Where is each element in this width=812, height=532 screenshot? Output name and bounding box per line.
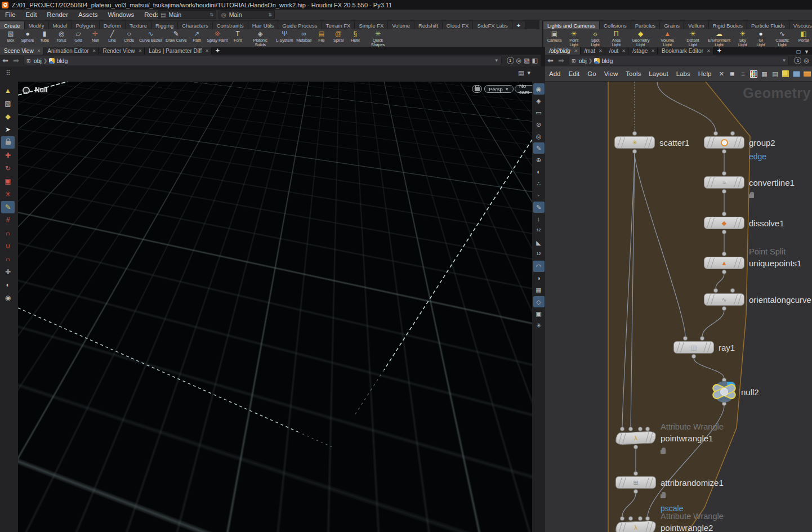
- shelf-tool-torus[interactable]: ◎Torus: [53, 29, 70, 47]
- shelf-tool-circle[interactable]: ○Circle: [121, 29, 137, 47]
- shelf-tab-vellum[interactable]: Vellum: [684, 21, 709, 29]
- shelf-tool-geometry-light[interactable]: ◆Geometry Light: [627, 29, 654, 47]
- shelf-tab-hair-utils[interactable]: Hair Utils: [248, 21, 279, 29]
- pane-menu-icon[interactable]: ▼: [804, 49, 809, 55]
- tab-close-icon[interactable]: ✕: [92, 48, 96, 53]
- network-menu-tools[interactable]: Tools: [622, 69, 645, 79]
- input-port[interactable]: [730, 288, 734, 292]
- node-orientalongcurve[interactable]: ∿: [704, 293, 744, 306]
- shelf-tab-simple-fx[interactable]: Simple FX: [355, 21, 388, 29]
- menu-file[interactable]: File: [0, 11, 21, 18]
- path-field[interactable]: ⊞obj❯bldg▼: [24, 56, 502, 65]
- shelf-tool-spot-light[interactable]: ☼Spot Light: [585, 29, 605, 47]
- shelf-tool-tube[interactable]: ▮Tube: [36, 29, 53, 47]
- path-field[interactable]: ⊞obj❯bldg▼: [569, 56, 789, 65]
- input-port[interactable]: [628, 516, 632, 520]
- snap-grid-icon[interactable]: #: [1, 214, 15, 226]
- output-port[interactable]: [722, 306, 726, 310]
- shelf-tool-volume-light[interactable]: ▲Volume Light: [654, 29, 680, 47]
- tab-close-icon[interactable]: ✕: [651, 48, 655, 53]
- node-convertline1[interactable]: ≈: [704, 176, 744, 189]
- box-display-icon[interactable]: ▧: [1, 97, 15, 110]
- back-arrow-icon[interactable]: ⬅: [0, 56, 11, 65]
- shelf-tab-model[interactable]: Model: [49, 21, 72, 29]
- network-menu-edit[interactable]: Edit: [564, 69, 583, 79]
- isolate-icon[interactable]: ◎: [533, 131, 545, 142]
- input-port[interactable]: [722, 252, 726, 256]
- technical-wrench-icon[interactable]: ✕: [717, 70, 725, 78]
- menu-windows[interactable]: Windows: [103, 11, 140, 18]
- shelf-tool-path[interactable]: ↗Path: [189, 29, 206, 47]
- shelf-tab-deform[interactable]: Deform: [100, 21, 126, 29]
- handles-lock-icon[interactable]: [1, 136, 15, 149]
- output-port[interactable]: [633, 489, 637, 493]
- output-port[interactable]: [633, 445, 637, 449]
- shelf-tab-rigging[interactable]: Rigging: [151, 21, 178, 29]
- group-mask-icon[interactable]: ◐: [533, 166, 545, 177]
- node-attribrandomize1[interactable]: ⊞: [615, 476, 656, 489]
- input-port[interactable]: [683, 336, 687, 340]
- rotate-tool-icon[interactable]: ↻: [1, 162, 15, 175]
- node-pointwrangle1[interactable]: λ: [615, 431, 657, 445]
- shelf-tool-metaball[interactable]: ∞Metaball: [295, 29, 313, 47]
- background-image-icon[interactable]: [792, 70, 800, 78]
- input-port[interactable]: [722, 171, 726, 175]
- node-dissolve1[interactable]: ◆: [704, 217, 744, 229]
- desktop-select-1[interactable]: ▤ Main ⇅: [158, 10, 216, 19]
- input-port[interactable]: [713, 131, 717, 135]
- node-ray1[interactable]: ◫: [673, 341, 714, 354]
- paint-tool-icon[interactable]: ✎: [1, 201, 15, 213]
- select-geometry-icon[interactable]: ◈: [533, 95, 545, 106]
- checker-background-icon[interactable]: ▦: [533, 284, 545, 296]
- diamond-marker-icon[interactable]: ◇: [533, 296, 545, 307]
- output-port[interactable]: [722, 149, 726, 153]
- desktop-select-2[interactable]: ◎ Main ⇅: [218, 10, 275, 19]
- shelf-tool-curve-bezier[interactable]: ∿Curve Bezier: [137, 29, 164, 47]
- shelf-tab-particle-fluids[interactable]: Particle Fluids: [747, 21, 789, 29]
- shelf-tool-environment-light[interactable]: ☁Environment Light: [705, 29, 733, 47]
- shade-display-icon[interactable]: ◆: [1, 110, 15, 123]
- prim-shade-icon[interactable]: ◣: [533, 237, 545, 248]
- shelf-tool-point-light[interactable]: ☀Point Light: [563, 29, 585, 47]
- snap-magnet-icon[interactable]: ∩: [1, 253, 15, 265]
- pane-tab-animation-editor[interactable]: Animation Editor✕: [43, 47, 99, 55]
- network-canvas[interactable]: Geometry ✳scatter1group2edge≈convertline…: [545, 82, 812, 532]
- brush-icon[interactable]: ✎: [533, 202, 545, 213]
- tab-close-icon[interactable]: ✕: [574, 48, 578, 53]
- shelf-add-tab[interactable]: +: [512, 21, 525, 29]
- pane-tab-out[interactable]: /out✕: [605, 47, 628, 55]
- network-menu-go[interactable]: Go: [583, 69, 600, 79]
- snap-curve-icon[interactable]: ∩: [1, 227, 15, 239]
- shelf-tool-l-system[interactable]: ΨL-System: [274, 29, 295, 47]
- input-port[interactable]: [638, 427, 642, 431]
- shelf-tool-helix[interactable]: §Helix: [347, 29, 364, 47]
- shelf-tool-platonic-solids[interactable]: ◈Platonic Solids: [246, 29, 274, 47]
- pose-tool-icon[interactable]: ✳: [1, 188, 15, 200]
- shelf-tab-characters[interactable]: Characters: [178, 21, 212, 29]
- grid-drag-handle-icon[interactable]: ⠿: [6, 69, 11, 77]
- breadcrumb-obj[interactable]: ⊞obj: [26, 57, 42, 64]
- snap-point-icon[interactable]: ∪: [1, 240, 15, 252]
- network-menu-view[interactable]: View: [600, 69, 622, 79]
- input-port[interactable]: [645, 516, 649, 520]
- align-icon[interactable]: ▤: [771, 70, 779, 78]
- shelf-tab-constraints[interactable]: Constraints: [213, 21, 248, 29]
- point-numbers-icon[interactable]: ¹²: [533, 225, 545, 236]
- multi-snap-icon[interactable]: ✚: [1, 266, 15, 278]
- network-menu-layout[interactable]: Layout: [645, 69, 672, 79]
- input-port[interactable]: [645, 427, 649, 431]
- null-object-badge[interactable]: Null: [23, 86, 48, 94]
- select-arrow-icon[interactable]: ➤: [1, 123, 15, 136]
- shelf-tab-volume[interactable]: Volume: [388, 21, 414, 29]
- pane-tab-render-view[interactable]: Render View✕: [99, 47, 145, 55]
- node-null2[interactable]: [711, 381, 737, 403]
- input-port[interactable]: [700, 336, 704, 340]
- shelf-tool-draw-curve[interactable]: ✎Draw Curve: [164, 29, 189, 47]
- path-dropdown-icon[interactable]: ▼: [779, 58, 788, 63]
- viewport-3d[interactable]: Null Persp ▼ No cam ▼: [18, 82, 532, 532]
- shelf-tab-texture[interactable]: Texture: [126, 21, 151, 29]
- pane-arrow-icon[interactable]: ▾: [527, 69, 530, 77]
- sticky-note-icon[interactable]: [782, 70, 789, 78]
- tab-close-icon[interactable]: ✕: [622, 48, 626, 53]
- pane-add-tab[interactable]: +: [212, 47, 224, 55]
